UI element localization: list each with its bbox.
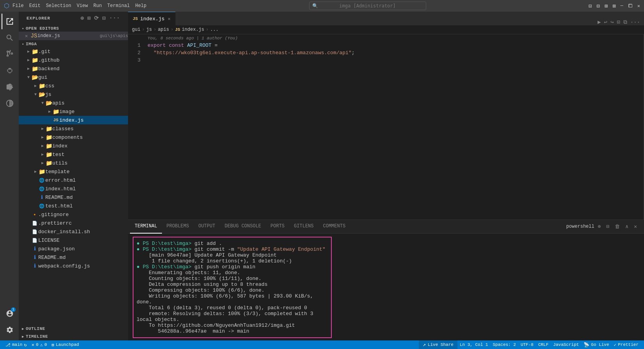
tab-terminal[interactable]: TERMINAL <box>130 220 162 234</box>
tab-comments[interactable]: COMMENTS <box>318 220 350 234</box>
chevron-up-icon[interactable]: ∧ <box>623 222 630 231</box>
menu-selection[interactable]: Selection <box>46 3 71 9</box>
live-share-button[interactable]: ↗ Live Share <box>419 340 457 349</box>
restore-icon[interactable]: ⧠ <box>628 3 633 9</box>
open-file-item[interactable]: ✕ JS index.js gui\js\apis <box>19 32 128 40</box>
tree-gui[interactable]: ▼ 📂 gui <box>19 73 128 81</box>
tree-test-html[interactable]: 🌐 test.html <box>19 202 128 210</box>
breadcrumb-gui[interactable]: gui <box>132 27 141 32</box>
menu-run[interactable]: Run <box>93 3 102 9</box>
tree-gitignore[interactable]: 🔸 .gitignore <box>19 210 128 219</box>
tree-js[interactable]: ▼ 📂 js <box>19 90 128 99</box>
tree-index-folder[interactable]: ▶ 📁 index <box>19 142 128 150</box>
folder-icon: 📁 <box>31 48 38 55</box>
go-live-item[interactable]: 📡 Go Live <box>581 342 611 348</box>
tree-test-folder[interactable]: ▶ 📁 test <box>19 150 128 159</box>
tab-gitlens[interactable]: GITLENS <box>289 220 318 234</box>
prettier-item[interactable]: ✓ Prettier <box>612 342 641 347</box>
tree-utils[interactable]: ▶ 📁 utils <box>19 159 128 167</box>
errors-item[interactable]: ✕ 0 ⚠ 0 <box>29 340 50 349</box>
layout4-icon[interactable]: ⊠ <box>612 3 616 9</box>
collapse-all-icon[interactable]: ⊟ <box>102 15 106 21</box>
minimize-icon[interactable]: — <box>621 3 623 9</box>
line-ending-item[interactable]: CRLF <box>536 342 551 347</box>
search-input[interactable] <box>309 2 426 10</box>
tree-prettierrc[interactable]: 📄 .prettierrc <box>19 219 128 227</box>
refresh-icon[interactable]: ⟳ <box>94 15 99 21</box>
menu-edit[interactable]: Edit <box>29 3 41 9</box>
layout2-icon[interactable]: ⊟ <box>596 3 600 9</box>
tree-classes[interactable]: ▶ 📁 classes <box>19 124 128 133</box>
remote-explorer-icon[interactable] <box>2 96 17 111</box>
tab-close-button[interactable]: ✕ <box>168 16 171 22</box>
breadcrumb-js[interactable]: js <box>146 27 152 32</box>
run-code-icon[interactable]: ▶ <box>598 19 601 25</box>
tree-readme-gui[interactable]: ℹ README.md <box>19 193 128 202</box>
breadcrumb-apis[interactable]: apis <box>158 27 169 32</box>
menu-file[interactable]: File <box>12 3 24 9</box>
extensions-icon[interactable] <box>2 79 17 95</box>
forward-icon[interactable]: ↪ <box>610 19 614 25</box>
run-debug-icon[interactable] <box>2 63 17 78</box>
terminal-content[interactable]: ● PS D:\test\imga> git add . ● PS D:\tes… <box>128 234 644 340</box>
tree-webpack[interactable]: ℹ webpack.config.js <box>19 262 128 270</box>
tree-index-js[interactable]: JS index.js <box>19 116 128 124</box>
close-icon[interactable]: ✕ <box>637 3 640 9</box>
line-col-item[interactable]: Ln 3, Col 1 <box>457 342 491 347</box>
open-editors-section[interactable]: ▾ OPEN EDITORS <box>19 25 128 32</box>
tab-ports[interactable]: PORTS <box>266 220 289 234</box>
project-section[interactable]: ▾ IMGA <box>19 40 128 47</box>
kill-terminal-icon[interactable]: 🗑 <box>613 223 622 231</box>
encoding-item[interactable]: UTF-8 <box>518 342 536 347</box>
code-editor[interactable]: You, 8 seconds ago | 1 author (You) 1 ex… <box>128 34 644 220</box>
tree-docker[interactable]: 📄 docker_install.sh <box>19 227 128 236</box>
tab-output[interactable]: OUTPUT <box>194 220 220 234</box>
new-terminal-icon[interactable]: ⊕ <box>596 222 603 231</box>
menu-terminal[interactable]: Terminal <box>107 3 130 9</box>
more-icon[interactable]: ··· <box>109 15 120 21</box>
tree-error-html[interactable]: 🌐 error.html <box>19 176 128 184</box>
tree-template[interactable]: ▶ 📁 template <box>19 167 128 176</box>
new-file-icon[interactable]: ⊕ <box>80 15 84 21</box>
close-file-icon[interactable]: ✕ <box>25 33 30 39</box>
language-item[interactable]: JavaScript <box>551 342 581 347</box>
close-terminal-icon[interactable]: ✕ <box>632 222 639 231</box>
tree-components[interactable]: ▶ 📁 components <box>19 133 128 142</box>
timeline-section[interactable]: ▶ TIMELINE <box>19 333 128 340</box>
layout3-icon[interactable]: ⊞ <box>605 3 608 9</box>
new-folder-icon[interactable]: ⊞ <box>87 15 91 21</box>
tree-index-html[interactable]: 🌐 index.html <box>19 184 128 193</box>
tree-git[interactable]: ▶ 📁 .git <box>19 47 128 56</box>
more-editor-icon[interactable]: ··· <box>630 19 640 25</box>
menu-view[interactable]: View <box>76 3 88 9</box>
tree-license[interactable]: 📄 LICENSE <box>19 236 128 244</box>
sidebar-header-icons[interactable]: ⊕ ⊞ ⟳ ⊟ ··· <box>80 15 120 21</box>
tree-image[interactable]: ▶ 📁 image <box>19 107 128 116</box>
tree-readme-root[interactable]: ℹ README.md <box>19 253 128 262</box>
tree-package-json[interactable]: ℹ package.json <box>19 244 128 253</box>
outline-section[interactable]: ▶ OUTLINE <box>19 325 128 333</box>
branch-item[interactable]: ⎇ main ↻ <box>3 340 29 349</box>
tree-github[interactable]: ▶ 📁 .github <box>19 56 128 64</box>
compare-icon[interactable]: ⊡ <box>617 19 620 25</box>
spaces-item[interactable]: Spaces: 2 <box>490 342 518 347</box>
breadcrumb-ellipsis[interactable]: ... <box>210 27 219 32</box>
tab-debug-console[interactable]: DEBUG CONSOLE <box>220 220 266 234</box>
split-editor-icon[interactable]: ⧉ <box>623 19 627 25</box>
layout-icon[interactable]: ⊡ <box>589 3 592 9</box>
accounts-icon[interactable]: 1 <box>2 306 17 321</box>
split-terminal-icon[interactable]: ⊟ <box>605 222 612 231</box>
search-icon[interactable] <box>2 30 17 46</box>
tree-css[interactable]: ▶ 📁 css <box>19 81 128 90</box>
back-icon[interactable]: ↩ <box>604 19 607 25</box>
tab-index-js[interactable]: JS index.js ✕ <box>128 12 176 25</box>
settings-icon[interactable] <box>2 322 17 338</box>
source-control-icon[interactable] <box>2 46 17 62</box>
tab-problems[interactable]: PROBLEMS <box>162 220 194 234</box>
tree-backend[interactable]: ▶ 📁 backend <box>19 64 128 73</box>
tree-apis[interactable]: ▼ 📂 apis <box>19 99 128 107</box>
menu-help[interactable]: Help <box>135 3 146 9</box>
explorer-icon[interactable] <box>2 14 17 29</box>
breadcrumb-file[interactable]: JS index.js <box>175 27 204 32</box>
launchpad-item[interactable]: ⊞ Launchpad <box>49 340 81 349</box>
